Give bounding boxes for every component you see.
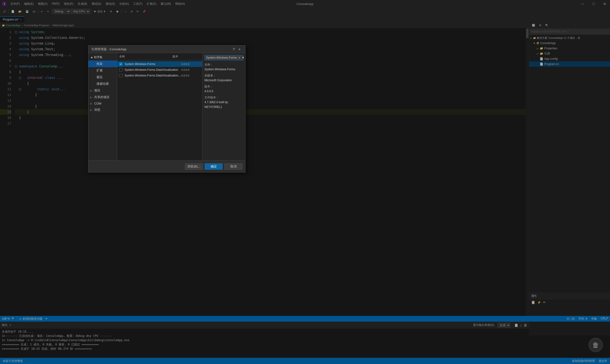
dialog-reference-list: ✓ System.Windows.Forms 4.0.0.0 ✓ System.… [117,60,202,160]
dialog-list-item-0[interactable]: ✓ System.Windows.Forms 4.0.0.0 [117,61,202,67]
dialog-left-extension[interactable]: ▶ 扩展 [88,67,117,74]
dialog-left-project[interactable]: ▷ 项目 [88,87,117,94]
dialog-center-panel: 名称 版本 ✓ System.Windows.Forms 4.0.0.0 ✓ S… [117,53,202,160]
dialog-left-panel: ▲ 程序集 ▶ 框架 ▶ 扩展 ▶ 最近 ▶ 搜索结果 [88,53,117,160]
detail-file-version-value: 4.7.3062.0 built by: NET472REL1 [205,100,243,109]
checkbox-1[interactable]: ✓ [119,68,122,71]
reference-details: 名称： System.Windows.Forms 创建者： Microsoft … [205,62,243,109]
cancel-button[interactable]: 取消 [224,163,242,169]
dialog-left-search-results[interactable]: ▶ 搜索结果 [88,80,117,87]
detail-creator-label: 创建者： [205,73,243,78]
checkbox-2[interactable]: ✓ [119,74,122,77]
dialog-close-button[interactable]: × [237,46,242,52]
detail-version-label: 版本： [205,84,243,89]
dialog-overlay: 引用管理器 - ConsoleApp ? × ▲ 程序集 ▶ 框架 ▶ 扩展 [0,0,610,364]
dialog-left-shared[interactable]: ▷ 共享的项目 [88,94,117,101]
dialog-left-framework[interactable]: ▶ 框架 [88,61,117,67]
dialog-left-com[interactable]: ▷ COM [88,101,117,106]
dialog-title-bar: 引用管理器 - ConsoleApp ? × [88,46,245,53]
detail-creator-value: Microsoft Corporation [205,78,243,83]
detail-name-value: System.Windows.Forms [205,67,243,72]
reference-manager-dialog: 引用管理器 - ConsoleApp ? × ▲ 程序集 ▶ 框架 ▶ 扩展 [88,45,246,172]
dialog-list-item-1[interactable]: ✓ System.Windows.Forms.DataVisualization… [117,67,202,73]
ok-button[interactable]: 确定 [205,163,222,169]
detail-version-value: 4.0.0.0 [205,89,243,94]
dialog-help-button[interactable]: ? [231,46,237,52]
dialog-footer: 浏览(B)... 确定 取消 [88,160,245,172]
browse-button[interactable]: 浏览(B)... [185,163,203,169]
assembly-section-header[interactable]: ▲ 程序集 [88,54,117,61]
dialog-title: 引用管理器 - ConsoleApp [91,47,231,52]
clear-tag-button[interactable]: × [238,56,240,60]
dialog-right-panel: System.Windows.Forms × ▼ 名称： System.Wind… [202,53,245,160]
checkbox-0[interactable]: ✓ [119,62,122,66]
dialog-list-header: 名称 版本 [117,53,202,60]
dialog-body: ▲ 程序集 ▶ 框架 ▶ 扩展 ▶ 最近 ▶ 搜索结果 [88,53,245,160]
dialog-left-recent[interactable]: ▶ 最近 [88,74,117,80]
selected-reference-tag: System.Windows.Forms × ▼ [205,55,243,60]
detail-name-label: 名称： [205,62,243,67]
dialog-list-item-2[interactable]: ✓ System.Windows.Forms.DataVisualization… [117,73,202,78]
search-tag-button[interactable]: ▼ [242,56,245,59]
dialog-left-browse[interactable]: ▷ 浏览 [88,106,117,113]
detail-file-version-label: 文件版本： [205,95,243,100]
